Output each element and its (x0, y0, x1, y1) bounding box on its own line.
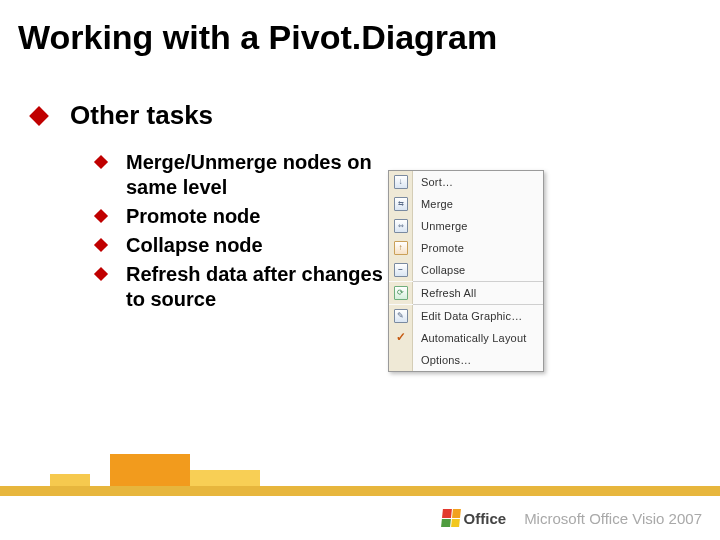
unmerge-icon (389, 215, 413, 237)
menu-item-label: Automatically Layout (413, 332, 527, 344)
sub-bullet-text: Merge/Unmerge nodes on same level (126, 150, 396, 200)
menu-item-label: Unmerge (413, 220, 468, 232)
collapse-icon (389, 259, 413, 281)
office-logo-text: Office (464, 510, 507, 527)
diamond-bullet-icon (94, 238, 108, 252)
sort-icon (389, 171, 413, 193)
office-logo: Office (442, 509, 507, 527)
sub-bullet: Merge/Unmerge nodes on same level (96, 150, 396, 200)
product-name: Microsoft Office Visio 2007 (524, 510, 702, 527)
menu-item-collapse[interactable]: Collapse (389, 259, 543, 281)
menu-item-label: Collapse (413, 264, 465, 276)
menu-item-sort[interactable]: Sort… (389, 171, 543, 193)
menu-item-label: Edit Data Graphic… (413, 310, 522, 322)
edit-icon (389, 305, 413, 327)
menu-item-promote[interactable]: Promote (389, 237, 543, 259)
menu-item-label: Promote (413, 242, 464, 254)
promote-icon (389, 237, 413, 259)
menu-item-unmerge[interactable]: Unmerge (389, 215, 543, 237)
sub-bullet-text: Refresh data after changes to source (126, 262, 396, 312)
menu-item-merge[interactable]: Merge (389, 193, 543, 215)
menu-item-label: Sort… (413, 176, 453, 188)
decorative-band (0, 454, 720, 496)
menu-item-edit-data-graphic[interactable]: Edit Data Graphic… (389, 305, 543, 327)
diamond-bullet-icon (29, 106, 49, 126)
menu-item-options[interactable]: Options… (389, 349, 543, 371)
sub-bullet-text: Collapse node (126, 233, 263, 258)
sub-bullet-list: Merge/Unmerge nodes on same level Promot… (96, 150, 396, 316)
sub-bullet-text: Promote node (126, 204, 260, 229)
merge-icon (389, 193, 413, 215)
main-bullet-label: Other tasks (70, 100, 213, 131)
office-logo-icon (441, 509, 461, 527)
main-bullet: Other tasks (32, 100, 213, 131)
menu-item-label: Merge (413, 198, 453, 210)
diamond-bullet-icon (94, 209, 108, 223)
menu-item-refresh-all[interactable]: Refresh All (389, 282, 543, 304)
menu-item-label: Options… (413, 354, 472, 366)
blank-icon (389, 349, 413, 371)
refresh-icon (389, 282, 413, 304)
sub-bullet: Refresh data after changes to source (96, 262, 396, 312)
slide-title: Working with a Pivot.Diagram (18, 18, 497, 57)
context-menu: Sort… Merge Unmerge Promote Collapse Ref… (388, 170, 544, 372)
diamond-bullet-icon (94, 267, 108, 281)
check-icon (389, 327, 413, 349)
slide-footer: Office Microsoft Office Visio 2007 (0, 496, 720, 540)
sub-bullet: Collapse node (96, 233, 396, 258)
diamond-bullet-icon (94, 155, 108, 169)
sub-bullet: Promote node (96, 204, 396, 229)
menu-item-label: Refresh All (413, 287, 476, 299)
menu-item-auto-layout[interactable]: Automatically Layout (389, 327, 543, 349)
